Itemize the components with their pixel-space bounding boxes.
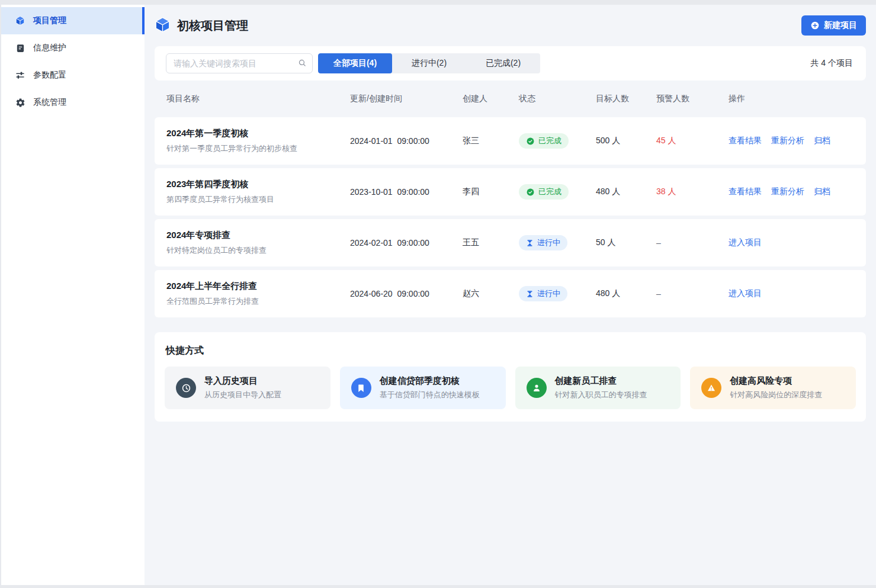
plus-circle-icon	[810, 21, 820, 30]
target-count: 480 人	[596, 288, 656, 299]
sidebar-item-system-management[interactable]: 系统管理	[1, 89, 145, 116]
person-icon	[527, 378, 547, 398]
target-count: 500 人	[596, 136, 656, 146]
clock-icon	[176, 378, 196, 398]
sidebar-item-label: 信息维护	[33, 43, 66, 53]
view-results-link[interactable]: 查看结果	[729, 136, 762, 146]
table-row: 2024年上半年全行排查 全行范围员工异常行为排查 2024-06-20 09:…	[155, 270, 866, 317]
shortcut-description: 从历史项目中导入配置	[204, 390, 281, 400]
shortcut-credit-dept-review[interactable]: 创建信贷部季度初核 基于信贷部门特点的快速模板	[340, 367, 506, 409]
shortcut-title: 创建新员工排查	[555, 375, 647, 387]
check-circle-icon	[526, 188, 535, 197]
status-badge: 进行中	[519, 235, 567, 250]
sidebar-item-parameter-config[interactable]: 参数配置	[1, 62, 145, 89]
view-results-link[interactable]: 查看结果	[729, 187, 762, 197]
cube-icon	[15, 15, 25, 26]
target-count: 50 人	[596, 237, 656, 248]
new-project-label: 新建项目	[824, 20, 857, 31]
shortcut-description: 针对高风险岗位的深度排查	[730, 390, 822, 400]
warning-count: 45 人	[656, 136, 729, 146]
column-header-creator: 创建人	[463, 94, 519, 104]
table-header: 项目名称 更新/创建时间 创建人 状态 目标人数 预警人数 操作	[155, 81, 866, 117]
column-header-target: 目标人数	[596, 94, 656, 104]
project-time: 2024-02-01 09:00:00	[350, 238, 463, 248]
shortcuts-title: 快捷方式	[165, 345, 856, 357]
shortcut-title: 导入历史项目	[204, 375, 281, 387]
warning-triangle-icon	[701, 378, 721, 398]
sidebar-item-project-management[interactable]: 项目管理	[1, 7, 145, 34]
warning-count: –	[656, 238, 729, 248]
project-creator: 王五	[463, 237, 519, 248]
warning-count: –	[656, 289, 729, 298]
table-row: 2023年第四季度初核 第四季度员工异常行为核查项目 2023-10-01 09…	[155, 168, 866, 216]
column-header-name: 项目名称	[166, 94, 350, 104]
shortcuts-section: 快捷方式 导入历史项目 从历史项目中导入配置	[155, 332, 866, 422]
project-name: 2024年第一季度初核	[166, 128, 350, 139]
project-description: 全行范围员工异常行为排查	[166, 296, 350, 307]
search-box	[166, 53, 313, 73]
main-content: 初核项目管理 新建项目	[145, 5, 876, 585]
filter-tabs: 全部项目(4) 进行中(2) 已完成(2)	[318, 53, 540, 73]
sliders-icon	[15, 70, 25, 81]
project-time: 2024-06-20 09:00:00	[350, 289, 463, 298]
project-description: 针对第一季度员工异常行为的初步核查	[166, 143, 350, 154]
document-icon	[15, 43, 25, 53]
app-window: 项目管理 信息维护 参数配置	[1, 5, 876, 585]
shortcut-title: 创建信贷部季度初核	[380, 375, 480, 387]
project-creator: 张三	[463, 136, 519, 146]
enter-project-link[interactable]: 进入项目	[729, 237, 762, 248]
project-time: 2023-10-01 09:00:00	[350, 187, 463, 197]
table-row: 2024年专项排查 针对特定岗位员工的专项排查 2024-02-01 09:00…	[155, 219, 866, 266]
project-description: 第四季度员工异常行为核查项目	[166, 194, 350, 205]
tab-completed[interactable]: 已完成(2)	[466, 53, 540, 73]
search-input[interactable]	[166, 53, 313, 73]
page-title: 初核项目管理	[177, 18, 248, 34]
shortcut-description: 针对新入职员工的专项排查	[555, 390, 647, 400]
project-time: 2024-01-01 09:00:00	[350, 136, 463, 146]
search-icon	[297, 58, 307, 70]
target-count: 480 人	[596, 187, 656, 197]
new-project-button[interactable]: 新建项目	[801, 15, 866, 36]
status-badge: 已完成	[519, 133, 569, 149]
enter-project-link[interactable]: 进入项目	[729, 288, 762, 299]
tab-all-projects[interactable]: 全部项目(4)	[318, 53, 392, 73]
project-count-text: 共 4 个项目	[810, 58, 855, 69]
column-header-warning: 预警人数	[656, 94, 729, 104]
hourglass-icon	[526, 290, 534, 298]
reanalyze-link[interactable]: 重新分析	[771, 187, 804, 197]
archive-link[interactable]: 归档	[814, 187, 830, 197]
sidebar-item-label: 项目管理	[33, 15, 66, 26]
sidebar: 项目管理 信息维护 参数配置	[1, 5, 145, 585]
archive-link[interactable]: 归档	[814, 136, 830, 146]
sidebar-item-label: 参数配置	[33, 70, 66, 81]
bookmark-icon	[351, 378, 371, 398]
warning-count: 38 人	[656, 187, 729, 197]
check-circle-icon	[526, 137, 535, 146]
table-row: 2024年第一季度初核 针对第一季度员工异常行为的初步核查 2024-01-01…	[155, 117, 866, 165]
shortcut-high-risk-special[interactable]: 创建高风险专项 针对高风险岗位的深度排查	[690, 367, 856, 409]
shortcut-new-employee-screening[interactable]: 创建新员工排查 针对新入职员工的专项排查	[515, 367, 681, 409]
status-badge: 已完成	[519, 184, 569, 200]
page-header: 初核项目管理 新建项目	[155, 5, 866, 46]
reanalyze-link[interactable]: 重新分析	[771, 136, 804, 146]
project-name: 2023年第四季度初核	[166, 179, 350, 190]
shortcut-description: 基于信贷部门特点的快速模板	[380, 390, 480, 400]
column-header-actions: 操作	[729, 94, 854, 104]
status-badge: 进行中	[519, 286, 567, 301]
sidebar-item-info-maintenance[interactable]: 信息维护	[1, 34, 145, 62]
project-creator: 赵六	[463, 288, 519, 299]
shortcut-title: 创建高风险专项	[730, 375, 822, 387]
column-header-time: 更新/创建时间	[350, 94, 463, 104]
tab-in-progress[interactable]: 进行中(2)	[392, 53, 466, 73]
project-name: 2024年上半年全行排查	[166, 281, 350, 292]
project-creator: 李四	[463, 187, 519, 197]
project-description: 针对特定岗位员工的专项排查	[166, 245, 350, 256]
toolbar-card: 全部项目(4) 进行中(2) 已完成(2) 共 4 个项目	[155, 46, 866, 81]
hourglass-icon	[526, 239, 534, 247]
project-name: 2024年专项排查	[166, 230, 350, 241]
cube-icon	[155, 17, 171, 35]
shortcut-import-history[interactable]: 导入历史项目 从历史项目中导入配置	[165, 367, 330, 409]
column-header-status: 状态	[519, 94, 596, 104]
gear-icon	[15, 97, 25, 108]
sidebar-item-label: 系统管理	[33, 97, 66, 108]
